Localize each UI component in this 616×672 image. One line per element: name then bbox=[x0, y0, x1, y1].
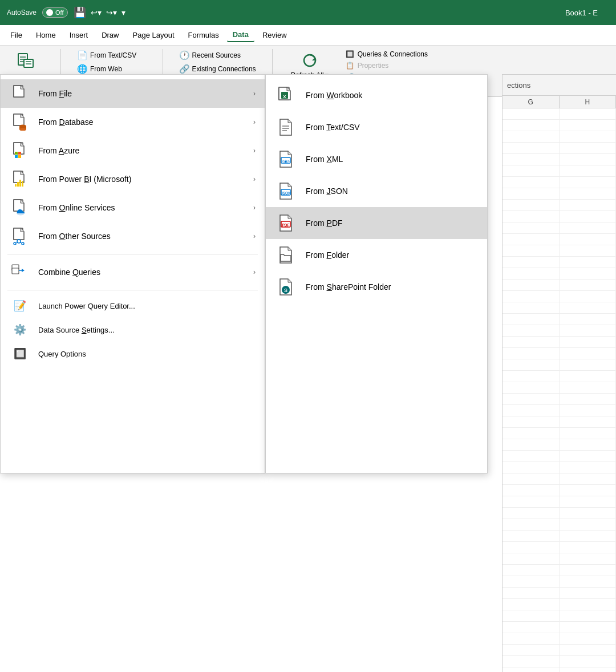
menu-insert[interactable]: Insert bbox=[64, 29, 94, 42]
cell-h49[interactable] bbox=[560, 656, 617, 667]
cell-h19[interactable] bbox=[560, 314, 617, 325]
menu-pagelayout[interactable]: Page Layout bbox=[127, 29, 180, 42]
cell-g22[interactable] bbox=[502, 348, 560, 359]
launch-editor-item[interactable]: 📝 Launch Power Query Editor... bbox=[1, 294, 265, 318]
customize-icon[interactable]: ▾ bbox=[121, 8, 125, 17]
cell-g27[interactable] bbox=[502, 405, 560, 416]
cell-g32[interactable] bbox=[502, 462, 560, 473]
cell-g48[interactable] bbox=[502, 645, 560, 655]
cell-g43[interactable] bbox=[502, 588, 560, 598]
cell-g44[interactable] bbox=[502, 599, 560, 610]
redo-icon[interactable]: ↪▾ bbox=[106, 8, 117, 17]
cell-g28[interactable] bbox=[502, 416, 560, 427]
autosave-toggle[interactable]: Off bbox=[42, 7, 67, 18]
cell-h45[interactable] bbox=[560, 610, 617, 621]
cell-h30[interactable] bbox=[560, 439, 617, 450]
cell-g20[interactable] bbox=[502, 325, 560, 336]
recent-sources-ribbon[interactable]: 🕐 Recent Sources bbox=[177, 49, 243, 62]
cell-h3[interactable] bbox=[560, 131, 617, 142]
cell-h11[interactable] bbox=[560, 222, 617, 233]
from-sharepoint-item[interactable]: S From SharePoint Folder bbox=[266, 271, 487, 303]
cell-g15[interactable] bbox=[502, 268, 560, 279]
cell-g39[interactable] bbox=[502, 542, 560, 553]
cell-h18[interactable] bbox=[560, 302, 617, 313]
cell-h32[interactable] bbox=[560, 462, 617, 473]
from-powerbi-item[interactable]: From Power BI (Microsoft) › bbox=[1, 165, 265, 193]
cell-g2[interactable] bbox=[502, 120, 560, 131]
from-textcsv-item[interactable]: From Text/CSV bbox=[266, 111, 487, 143]
cell-g29[interactable] bbox=[502, 428, 560, 439]
cell-h8[interactable] bbox=[560, 188, 617, 199]
cell-h24[interactable] bbox=[560, 371, 617, 382]
cell-h12[interactable] bbox=[560, 234, 617, 245]
menu-formulas[interactable]: Formulas bbox=[183, 29, 225, 42]
cell-h43[interactable] bbox=[560, 588, 617, 598]
cell-g19[interactable] bbox=[502, 314, 560, 325]
from-azure-item[interactable]: From Azure › bbox=[1, 136, 265, 165]
cell-h34[interactable] bbox=[560, 485, 617, 496]
menu-draw[interactable]: Draw bbox=[96, 29, 124, 42]
cell-h20[interactable] bbox=[560, 325, 617, 336]
combine-queries-item[interactable]: Combine Queries › bbox=[1, 258, 265, 286]
cell-g3[interactable] bbox=[502, 131, 560, 142]
cell-g42[interactable] bbox=[502, 576, 560, 587]
from-database-item[interactable]: From Database › bbox=[1, 108, 265, 136]
cell-h10[interactable] bbox=[560, 211, 617, 222]
cell-h13[interactable] bbox=[560, 245, 617, 256]
cell-h15[interactable] bbox=[560, 268, 617, 279]
from-web-ribbon[interactable]: 🌐 From Web bbox=[75, 63, 124, 75]
cell-g13[interactable] bbox=[502, 245, 560, 256]
cell-h39[interactable] bbox=[560, 542, 617, 553]
cell-h14[interactable] bbox=[560, 257, 617, 268]
queries-connections-ribbon[interactable]: 🔲 Queries & Connections bbox=[343, 49, 430, 59]
cell-g31[interactable] bbox=[502, 451, 560, 462]
cell-g5[interactable] bbox=[502, 154, 560, 165]
cell-h37[interactable] bbox=[560, 519, 617, 530]
cell-g34[interactable] bbox=[502, 485, 560, 496]
from-text-csv-ribbon[interactable]: 📄 From Text/CSV bbox=[75, 49, 139, 62]
cell-g11[interactable] bbox=[502, 222, 560, 233]
cell-h28[interactable] bbox=[560, 416, 617, 427]
cell-g35[interactable] bbox=[502, 496, 560, 507]
cell-g23[interactable] bbox=[502, 359, 560, 370]
cell-g6[interactable] bbox=[502, 165, 560, 176]
cell-g4[interactable] bbox=[502, 143, 560, 153]
cell-h9[interactable] bbox=[560, 200, 617, 210]
cell-h7[interactable] bbox=[560, 177, 617, 188]
cell-h22[interactable] bbox=[560, 348, 617, 359]
cell-g26[interactable] bbox=[502, 394, 560, 404]
data-source-item[interactable]: ⚙️ Data Source Settings... bbox=[1, 318, 265, 342]
cell-h41[interactable] bbox=[560, 565, 617, 576]
from-other-item[interactable]: From Other Sources › bbox=[1, 222, 265, 250]
cell-h2[interactable] bbox=[560, 120, 617, 131]
cell-g49[interactable] bbox=[502, 656, 560, 667]
from-online-item[interactable]: From Online Services › bbox=[1, 193, 265, 222]
cell-g10[interactable] bbox=[502, 211, 560, 222]
cell-h48[interactable] bbox=[560, 645, 617, 655]
cell-h38[interactable] bbox=[560, 531, 617, 541]
cell-h47[interactable] bbox=[560, 633, 617, 644]
cell-g46[interactable] bbox=[502, 622, 560, 633]
cell-h46[interactable] bbox=[560, 622, 617, 633]
cell-h26[interactable] bbox=[560, 394, 617, 404]
cell-g37[interactable] bbox=[502, 519, 560, 530]
cell-h17[interactable] bbox=[560, 291, 617, 302]
cell-g47[interactable] bbox=[502, 633, 560, 644]
cell-h4[interactable] bbox=[560, 143, 617, 153]
existing-connections-ribbon[interactable]: 🔗 Existing Connections bbox=[177, 63, 258, 75]
cell-g1[interactable] bbox=[502, 108, 560, 119]
cell-g24[interactable] bbox=[502, 371, 560, 382]
cell-g45[interactable] bbox=[502, 610, 560, 621]
cell-g21[interactable] bbox=[502, 337, 560, 347]
from-folder-item[interactable]: From Folder bbox=[266, 239, 487, 271]
cell-h16[interactable] bbox=[560, 280, 617, 290]
cell-g7[interactable] bbox=[502, 177, 560, 188]
cell-h25[interactable] bbox=[560, 382, 617, 393]
cell-h50[interactable] bbox=[560, 667, 617, 672]
cell-g12[interactable] bbox=[502, 234, 560, 245]
menu-review[interactable]: Review bbox=[257, 29, 293, 42]
cell-h31[interactable] bbox=[560, 451, 617, 462]
cell-h5[interactable] bbox=[560, 154, 617, 165]
menu-file[interactable]: File bbox=[5, 29, 28, 42]
cell-h42[interactable] bbox=[560, 576, 617, 587]
